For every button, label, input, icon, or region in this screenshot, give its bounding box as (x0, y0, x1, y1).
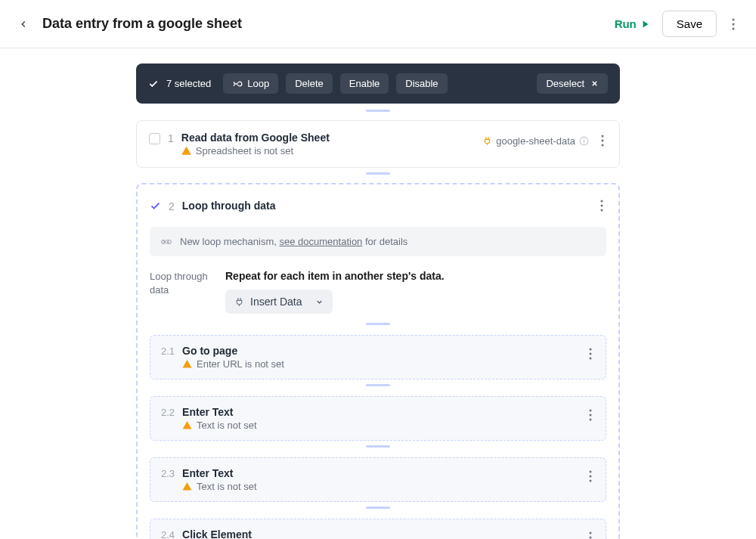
run-label: Run (615, 17, 637, 30)
loop-more-icon[interactable] (597, 197, 606, 215)
svg-point-27 (590, 537, 592, 539)
step-warning: Enter URL is not set (182, 358, 284, 370)
loop-config: Loop through data Repeat for each item i… (150, 270, 606, 314)
warning-text: Spreadsheet is not set (196, 145, 293, 156)
play-icon (641, 20, 650, 29)
more-icon[interactable] (729, 15, 738, 33)
step-body: Click ElementSelect is not set (182, 528, 266, 539)
step-title: Enter Text (182, 406, 256, 418)
insert-label: Insert Data (250, 296, 302, 308)
step-body: Enter TextText is not set (182, 406, 256, 431)
save-button[interactable]: Save (662, 11, 717, 37)
tag-name: google-sheet-data (496, 135, 575, 147)
step-number: 2.3 (161, 468, 175, 479)
disable-button[interactable]: Disable (396, 73, 447, 94)
step-left: 2.4Click ElementSelect is not set (161, 528, 266, 539)
header-left: Data entry from a google sheet (18, 16, 242, 32)
step-right: google-sheet-data (482, 132, 607, 150)
step-body: Read data from Google Sheet Spreadsheet … (181, 132, 330, 156)
plug-icon (482, 136, 492, 146)
delete-button[interactable]: Delete (286, 73, 333, 94)
step-number: 2.4 (161, 529, 175, 539)
deselect-button[interactable]: Deselect (537, 73, 608, 94)
loop-container: 2 Loop through data New loop mechanism, … (136, 183, 620, 539)
info-banner: New loop mechanism, see documentation fo… (150, 227, 606, 256)
warning-icon (182, 359, 192, 369)
loop-title: Loop through data (182, 200, 276, 212)
plug-icon (234, 297, 244, 307)
svg-point-14 (601, 209, 603, 212)
step-number: 2.1 (161, 345, 175, 357)
step-card-1[interactable]: 1 Read data from Google Sheet Spreadshee… (136, 120, 620, 168)
step-more-icon[interactable] (598, 132, 607, 150)
sub-step[interactable]: 2.2Enter TextText is not set (150, 396, 606, 441)
loop-check-icon[interactable] (150, 200, 161, 212)
svg-point-16 (168, 240, 172, 243)
step-body: Enter TextText is not set (182, 467, 256, 492)
sub-step[interactable]: 2.4Click ElementSelect is not set (150, 519, 606, 539)
svg-point-23 (590, 471, 592, 473)
step-warning: Spreadsheet is not set (181, 145, 330, 156)
loop-header-left: 2 Loop through data (150, 200, 275, 212)
config-body: Repeat for each item in another step's d… (225, 270, 606, 314)
step-left: 1 Read data from Google Sheet Spreadshee… (149, 132, 330, 156)
loop-label: Loop (247, 78, 269, 89)
connector (150, 323, 606, 330)
svg-point-18 (590, 353, 592, 355)
connector (150, 506, 606, 514)
enable-button[interactable]: Enable (340, 73, 389, 94)
warning-text: Enter URL is not set (197, 358, 284, 370)
sub-step[interactable]: 2.3Enter TextText is not set (150, 457, 606, 502)
toolbar-left: 7 selected Loop Delete Enable Disable (148, 73, 448, 94)
step-more-icon[interactable] (586, 406, 595, 424)
selection-toolbar: 7 selected Loop Delete Enable Disable De… (136, 64, 620, 104)
check-icon (148, 79, 159, 89)
loop-button[interactable]: Loop (223, 73, 278, 94)
step-left: 2.3Enter TextText is not set (161, 467, 257, 492)
warning-text: Text is not set (197, 420, 256, 431)
step-number: 2.2 (161, 407, 175, 418)
step-title: Enter Text (182, 467, 256, 479)
sub-step[interactable]: 2.1Go to pageEnter URL is not set (150, 335, 606, 379)
infinity-icon (232, 80, 243, 88)
checkbox[interactable] (149, 133, 160, 144)
main-content: 7 selected Loop Delete Enable Disable De… (129, 64, 627, 539)
svg-point-17 (590, 348, 592, 351)
step-number: 1 (168, 132, 174, 144)
svg-point-1 (733, 18, 735, 20)
page-title: Data entry from a google sheet (42, 16, 242, 32)
close-icon (590, 79, 599, 88)
step-body: Go to pageEnter URL is not set (182, 345, 284, 370)
step-more-icon[interactable] (586, 528, 595, 539)
svg-point-11 (602, 144, 604, 147)
selected-count: 7 selected (166, 78, 211, 89)
svg-point-13 (601, 205, 603, 207)
step-title: Read data from Google Sheet (181, 132, 330, 144)
config-label: Loop through data (150, 270, 210, 314)
step-left: 2.1Go to pageEnter URL is not set (161, 345, 284, 370)
svg-marker-0 (643, 20, 648, 27)
connector (150, 384, 606, 392)
page-header: Data entry from a google sheet Run Save (0, 0, 756, 48)
svg-point-9 (602, 135, 604, 138)
doc-link[interactable]: see documentation (280, 236, 363, 247)
warning-text: Text is not set (197, 481, 256, 492)
info-icon[interactable] (579, 136, 589, 146)
back-icon[interactable] (18, 19, 29, 29)
step-more-icon[interactable] (586, 467, 595, 485)
insert-data-button[interactable]: Insert Data (225, 290, 333, 314)
run-button[interactable]: Run (615, 17, 650, 30)
chevron-down-icon (315, 298, 324, 306)
svg-point-19 (590, 358, 592, 360)
svg-point-10 (602, 140, 604, 142)
step-more-icon[interactable] (586, 345, 595, 363)
warning-icon (181, 146, 191, 156)
svg-point-26 (590, 532, 592, 534)
infinity-icon (160, 238, 172, 246)
warning-icon (182, 482, 192, 491)
connector (136, 114, 620, 120)
svg-point-22 (590, 419, 592, 421)
deselect-label: Deselect (546, 78, 584, 89)
svg-point-12 (601, 200, 603, 203)
svg-point-21 (590, 414, 592, 417)
